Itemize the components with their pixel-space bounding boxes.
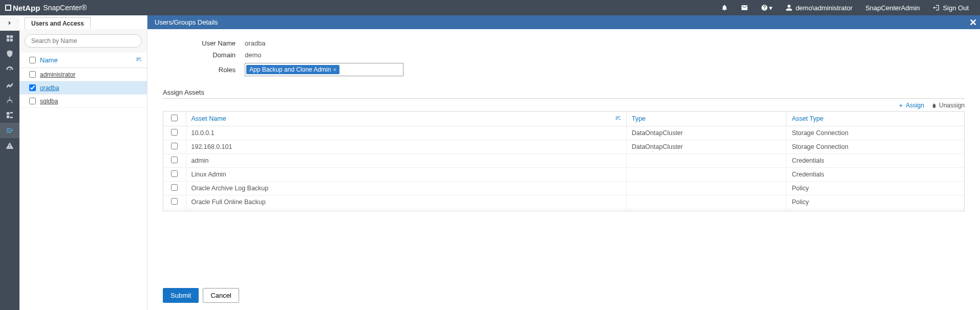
role-label[interactable]: SnapCenterAdmin — [859, 0, 926, 15]
select-all-users-checkbox[interactable] — [29, 57, 36, 63]
gauge-icon — [6, 65, 14, 73]
asset-name-cell: 192.168.0.101 — [186, 140, 626, 154]
sort-asc-icon — [615, 115, 621, 123]
asset-row-checkbox[interactable] — [171, 157, 178, 163]
username-value: oradba — [245, 39, 265, 47]
asset-row-checkbox[interactable] — [171, 129, 178, 136]
roles-input[interactable]: App Backup and Clone Admin × — [245, 63, 403, 76]
asset-assettype-cell: Policy — [786, 195, 964, 209]
asset-assettype-cell: host — [786, 209, 964, 211]
nav-monitor[interactable] — [0, 61, 19, 77]
user-row-name[interactable]: oradba — [40, 84, 59, 92]
hierarchy-icon — [6, 96, 14, 104]
shield-icon — [6, 50, 14, 58]
nav-dashboard[interactable] — [0, 31, 19, 46]
user-list-row[interactable]: sqldba — [19, 95, 147, 108]
asset-row-checkbox[interactable] — [171, 170, 178, 177]
asset-assettype-cell: Storage Connection — [786, 140, 964, 154]
mail-icon — [741, 4, 748, 11]
grid-icon — [6, 34, 14, 42]
asset-table: Asset Name Type Asset Type 10.0.0.1 Data… — [163, 111, 965, 211]
domain-label: Domain — [188, 51, 245, 59]
name-column-header[interactable]: Name — [40, 56, 136, 64]
username-label: User Name — [188, 39, 245, 47]
chart-icon — [6, 80, 14, 88]
asset-table-row: admin Credentials — [163, 154, 964, 168]
asset-name-cell: rhel2.demo.netapp.com — [186, 209, 626, 211]
asset-assettype-cell: Policy — [786, 182, 964, 195]
mail-button[interactable] — [734, 0, 754, 15]
user-row-checkbox[interactable] — [29, 98, 36, 104]
user-list-row[interactable]: administrator — [19, 68, 147, 81]
user-row-checkbox[interactable] — [29, 84, 36, 91]
tab-users-access[interactable]: Users and Access — [25, 17, 91, 29]
asset-type-header[interactable]: Asset Type — [786, 112, 964, 126]
asset-type-cell: DataOntapCluster — [626, 140, 786, 154]
users-list-header: Name — [19, 53, 147, 68]
submit-button[interactable]: Submit — [163, 288, 199, 303]
trash-icon — [931, 103, 937, 108]
assign-button[interactable]: Assign — [898, 102, 924, 109]
nav-hosts[interactable] — [0, 92, 19, 107]
type-header[interactable]: Type — [626, 112, 786, 126]
notifications-button[interactable] — [714, 0, 734, 15]
help-icon — [761, 4, 768, 11]
roles-label: Roles — [188, 66, 245, 74]
user-row-checkbox[interactable] — [29, 71, 36, 78]
asset-name-cell: admin — [186, 154, 626, 168]
left-nav-rail — [0, 15, 19, 310]
topbar: NetApp SnapCenter® ▾ demo\administrator … — [0, 0, 980, 15]
nav-reports[interactable] — [0, 77, 19, 92]
users-tab-bar: Users and Access — [19, 15, 147, 29]
detail-header: Users/Groups Details ✕ — [147, 15, 980, 29]
signout-button[interactable]: Sign Out — [926, 0, 975, 15]
remove-role-button[interactable]: × — [333, 67, 336, 73]
netapp-logo: NetApp — [5, 4, 40, 12]
assign-assets-title: Assign Assets — [163, 88, 965, 99]
asset-table-row: Oracle Archive Log Backup Policy — [163, 182, 964, 195]
asset-name-cell: Oracle Full Online Backup — [186, 195, 626, 209]
user-row-name[interactable]: administrator — [40, 71, 75, 78]
sort-asc-icon[interactable] — [136, 56, 142, 64]
brand: NetApp SnapCenter® — [5, 4, 87, 12]
asset-type-cell — [626, 168, 786, 182]
asset-name-header[interactable]: Asset Name — [186, 112, 626, 126]
chevron-right-icon — [6, 19, 14, 27]
nav-alerts[interactable] — [0, 138, 19, 153]
user-icon — [785, 4, 793, 11]
nav-resources[interactable] — [0, 46, 19, 61]
alert-icon — [6, 142, 14, 150]
unassign-button[interactable]: Unassign — [931, 102, 965, 109]
blocks-icon — [6, 111, 14, 119]
plus-icon — [898, 103, 904, 108]
user-identity[interactable]: demo\administrator — [779, 0, 859, 15]
sliders-icon — [6, 126, 14, 135]
asset-row-checkbox[interactable] — [171, 184, 178, 191]
asset-name-cell: Linux Admin — [186, 168, 626, 182]
detail-panel: Users/Groups Details ✕ User Name oradba … — [147, 15, 980, 310]
asset-row-checkbox[interactable] — [171, 198, 178, 205]
asset-table-row: 10.0.0.1 DataOntapCluster Storage Connec… — [163, 126, 964, 140]
user-label: demo\administrator — [796, 4, 853, 12]
users-panel: Users and Access Name administratororadb… — [19, 15, 147, 310]
user-row-name[interactable]: sqldba — [40, 98, 58, 105]
user-list-row[interactable]: oradba — [19, 81, 147, 95]
help-button[interactable]: ▾ — [754, 0, 779, 15]
role-tag: App Backup and Clone Admin × — [246, 65, 339, 74]
search-input[interactable] — [25, 34, 142, 48]
asset-table-row: Linux Admin Credentials — [163, 168, 964, 182]
asset-name-cell: 10.0.0.1 — [186, 126, 626, 140]
cancel-button[interactable]: Cancel — [203, 288, 239, 303]
asset-type-cell: DataOntapCluster — [626, 126, 786, 140]
expand-nav-button[interactable] — [0, 15, 19, 31]
bell-icon — [721, 4, 728, 11]
asset-type-cell — [626, 195, 786, 209]
asset-type-cell — [626, 209, 786, 211]
asset-row-checkbox[interactable] — [171, 143, 178, 149]
nav-storage[interactable] — [0, 107, 19, 123]
close-detail-button[interactable]: ✕ — [969, 17, 977, 28]
product-name: SnapCenter® — [43, 4, 87, 12]
asset-type-cell — [626, 182, 786, 195]
select-all-assets-checkbox[interactable] — [171, 115, 178, 121]
nav-settings[interactable] — [0, 123, 19, 138]
